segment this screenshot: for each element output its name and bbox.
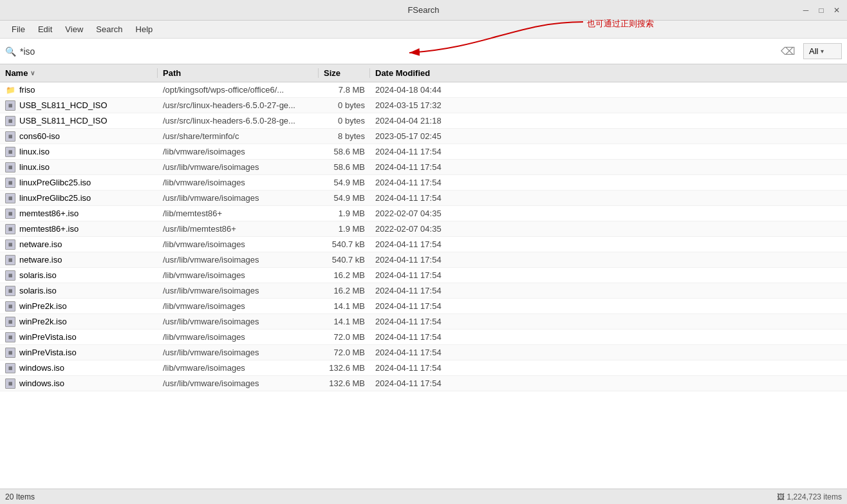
col-header-name[interactable]: Name ∨: [0, 68, 158, 78]
cell-size: 54.9 MB: [319, 193, 370, 203]
cell-name: ▦ linuxPreGlibc25.iso: [0, 178, 158, 188]
table-row[interactable]: ▦ USB_SL811_HCD_ISO /usr/src/linux-heade…: [0, 98, 847, 113]
file-name: linuxPreGlibc25.iso: [19, 193, 91, 203]
table-row[interactable]: ▦ winPre2k.iso /usr/lib/vmware/isoimages…: [0, 314, 847, 330]
table-row[interactable]: ▦ winPre2k.iso /lib/vmware/isoimages 14.…: [0, 299, 847, 314]
cell-size: 54.9 MB: [319, 178, 370, 187]
file-name: winPre2k.iso: [19, 301, 67, 311]
file-name: winPreVista.iso: [19, 332, 77, 342]
cell-date: 2024-04-11 17:54: [370, 363, 460, 373]
cell-path: /usr/lib/memtest86+: [158, 224, 319, 234]
table-row[interactable]: ▦ winPreVista.iso /lib/vmware/isoimages …: [0, 330, 847, 345]
col-header-size[interactable]: Size: [319, 68, 370, 78]
table-row[interactable]: ▦ netware.iso /usr/lib/vmware/isoimages …: [0, 252, 847, 268]
status-right: 🖼 1,224,723 items: [777, 492, 842, 501]
cell-size: 16.2 MB: [319, 286, 370, 295]
table-row[interactable]: ▦ cons60-iso /usr/share/terminfo/c 8 byt…: [0, 129, 847, 144]
menu-search[interactable]: Search: [89, 22, 129, 37]
clear-button[interactable]: ⌫: [777, 44, 799, 59]
cell-name: ▦ netware.iso: [0, 239, 158, 250]
iso-icon: ▦: [5, 209, 15, 219]
table-row[interactable]: ▦ USB_SL811_HCD_ISO /usr/src/linux-heade…: [0, 113, 847, 129]
cell-path: /usr/lib/vmware/isoimages: [158, 378, 319, 388]
table-row[interactable]: ▦ solaris.iso /lib/vmware/isoimages 16.2…: [0, 268, 847, 283]
cell-date: 2024-04-11 17:54: [370, 286, 460, 295]
file-name: USB_SL811_HCD_ISO: [19, 100, 107, 110]
menu-help[interactable]: Help: [129, 22, 160, 37]
iso-icon: ▦: [5, 286, 15, 296]
status-left: 20 Items: [5, 492, 35, 501]
cell-name: ▦ linuxPreGlibc25.iso: [0, 193, 158, 203]
col-header-date[interactable]: Date Modified: [370, 68, 460, 78]
table-row[interactable]: ▦ linuxPreGlibc25.iso /usr/lib/vmware/is…: [0, 191, 847, 206]
iso-icon: ▦: [5, 332, 15, 342]
cell-path: /lib/vmware/isoimages: [158, 332, 319, 342]
scope-label: All: [809, 46, 818, 56]
chevron-down-icon: ▾: [821, 48, 824, 55]
cell-size: 72.0 MB: [319, 348, 370, 357]
close-button[interactable]: ✕: [832, 5, 842, 15]
cell-path: /usr/lib/vmware/isoimages: [158, 286, 319, 295]
table-row[interactable]: ▦ winPreVista.iso /usr/lib/vmware/isoima…: [0, 345, 847, 360]
table-row[interactable]: ▦ solaris.iso /usr/lib/vmware/isoimages …: [0, 283, 847, 299]
cell-name: ▦ winPreVista.iso: [0, 332, 158, 342]
cell-name: ▦ windows.iso: [0, 378, 158, 389]
app-title: FSearch: [407, 5, 439, 15]
table-row[interactable]: ▦ windows.iso /usr/lib/vmware/isoimages …: [0, 376, 847, 391]
cell-size: 132.6 MB: [319, 363, 370, 373]
menu-view[interactable]: View: [59, 22, 89, 37]
cell-name: ▦ USB_SL811_HCD_ISO: [0, 100, 158, 111]
cell-date: 2024-04-11 17:54: [370, 348, 460, 357]
search-bar: 🔍 ⌫ All ▾: [0, 39, 847, 64]
file-name: memtest86+.iso: [19, 224, 79, 234]
cell-name: ▦ USB_SL811_HCD_ISO: [0, 116, 158, 126]
scope-dropdown[interactable]: All ▾: [803, 43, 842, 59]
cell-name: ▦ winPre2k.iso: [0, 301, 158, 312]
iso-icon: ▦: [5, 147, 15, 157]
total-count: 🖼 1,224,723 items: [777, 492, 842, 501]
file-name: netware.iso: [19, 239, 62, 249]
title-bar: FSearch ─ □ ✕: [0, 0, 847, 21]
cell-path: /usr/lib/vmware/isoimages: [158, 162, 319, 172]
cell-name: ▦ linux.iso: [0, 147, 158, 157]
cell-path: /lib/vmware/isoimages: [158, 301, 319, 311]
cell-size: 540.7 kB: [319, 239, 370, 249]
file-name: windows.iso: [19, 363, 64, 373]
cell-date: 2024-04-11 17:54: [370, 301, 460, 311]
table-row[interactable]: 📁 friso /opt/kingsoft/wps-office/office6…: [0, 82, 847, 98]
cell-date: 2024-04-11 17:54: [370, 162, 460, 172]
cell-date: 2024-04-11 17:54: [370, 317, 460, 326]
file-name: friso: [19, 85, 35, 95]
col-header-path[interactable]: Path: [158, 68, 319, 78]
iso-icon: ▦: [5, 193, 15, 203]
table-row[interactable]: ▦ linux.iso /lib/vmware/isoimages 58.6 M…: [0, 144, 847, 160]
iso-icon: ▦: [5, 317, 15, 327]
cell-path: /usr/src/linux-headers-6.5.0-27-ge...: [158, 100, 319, 110]
table-header: Name ∨ Path Size Date Modified: [0, 64, 847, 82]
cell-path: /usr/lib/vmware/isoimages: [158, 317, 319, 326]
maximize-button[interactable]: □: [816, 5, 826, 15]
table-row[interactable]: ▦ memtest86+.iso /lib/memtest86+ 1.9 MB …: [0, 206, 847, 221]
iso-icon: ▦: [5, 255, 15, 265]
menu-file[interactable]: File: [5, 22, 32, 37]
table-row[interactable]: ▦ netware.iso /lib/vmware/isoimages 540.…: [0, 237, 847, 252]
cell-path: /lib/vmware/isoimages: [158, 270, 319, 280]
iso-icon: ▦: [5, 270, 15, 281]
cell-path: /lib/vmware/isoimages: [158, 363, 319, 373]
minimize-button[interactable]: ─: [801, 5, 811, 15]
file-name: memtest86+.iso: [19, 209, 79, 218]
table-row[interactable]: ▦ windows.iso /lib/vmware/isoimages 132.…: [0, 360, 847, 376]
cell-date: 2024-04-11 17:54: [370, 178, 460, 187]
cell-date: 2024-04-11 17:54: [370, 378, 460, 388]
file-name: solaris.iso: [19, 270, 57, 280]
iso-icon: ▦: [5, 301, 15, 312]
cell-size: 16.2 MB: [319, 270, 370, 280]
menu-edit[interactable]: Edit: [32, 22, 59, 37]
cell-name: ▦ memtest86+.iso: [0, 209, 158, 219]
table-row[interactable]: ▦ linux.iso /usr/lib/vmware/isoimages 58…: [0, 160, 847, 175]
table-row[interactable]: ▦ linuxPreGlibc25.iso /lib/vmware/isoima…: [0, 175, 847, 191]
search-input[interactable]: [20, 46, 773, 57]
table-body: 📁 friso /opt/kingsoft/wps-office/office6…: [0, 82, 847, 489]
file-name: linux.iso: [19, 162, 50, 172]
table-row[interactable]: ▦ memtest86+.iso /usr/lib/memtest86+ 1.9…: [0, 221, 847, 237]
